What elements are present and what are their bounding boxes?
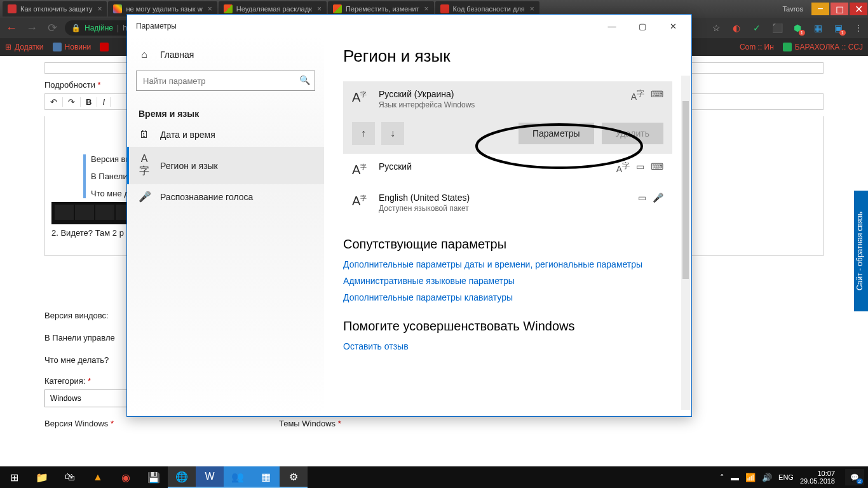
settings-content: Регион и язык A字 Русский (Украина) Язык … (324, 37, 691, 416)
window-minimize-button[interactable]: — (602, 22, 621, 31)
move-down-button[interactable]: ↓ (381, 122, 404, 145)
taskbar-clock[interactable]: 10:07 29.05.2018 (800, 470, 835, 485)
action-center-button[interactable]: 💬2 (845, 469, 864, 485)
feedback-link[interactable]: Оставить отзыв (343, 341, 672, 351)
close-icon[interactable]: × (97, 4, 102, 13)
star-icon[interactable]: ☆ (710, 22, 722, 34)
extension-icon[interactable]: ⬢1 (792, 22, 803, 34)
window-close-button[interactable]: ✕ (850, 3, 867, 15)
related-link[interactable]: Дополнительные параметры клавиатуры (343, 292, 672, 302)
nav-reload-button[interactable]: ⟳ (44, 20, 60, 36)
bookmark-item[interactable]: БАРАХОЛКА :: CCJ (783, 43, 863, 51)
windows-icon (224, 4, 233, 13)
language-icon: A字 (352, 90, 370, 105)
extension-icon[interactable]: ⬛ (771, 22, 783, 34)
related-link[interactable]: Административные языковые параметры (343, 276, 672, 286)
improve-heading: Помогите усовершенствовать Windows (343, 319, 672, 334)
language-name: English (United States) (379, 193, 470, 203)
google-icon (113, 4, 122, 13)
window-title: Параметры (136, 22, 177, 30)
microphone-icon: 🎤 (653, 193, 663, 203)
taskbar-app[interactable]: ▦ (252, 466, 280, 488)
taskbar-app[interactable]: 👥 (224, 466, 252, 488)
windows-icon (333, 4, 342, 13)
search-input[interactable] (136, 71, 315, 91)
taskbar-app[interactable]: 💾 (140, 466, 168, 488)
tts-icon: ▭ (636, 161, 644, 174)
page-heading: Регион и язык (343, 46, 672, 66)
bookmark-item[interactable]: Новини (53, 43, 92, 51)
site-icon (783, 43, 792, 51)
feedback-tab[interactable]: Сайт - обратная связь (854, 191, 868, 311)
taskbar-explorer[interactable]: 📁 (28, 466, 56, 488)
related-heading: Сопутствующие параметры (343, 237, 672, 252)
field-label: Темы Windows * (279, 419, 341, 428)
field-label: Версия Windows * (44, 419, 114, 428)
display-lang-icon: A字 (616, 161, 630, 174)
language-actions: ↑ ↓ Параметры Удалить (343, 117, 672, 154)
window-maximize-button[interactable]: ▢ (633, 22, 652, 31)
taskbar-chrome[interactable]: 🌐 (168, 466, 196, 488)
calendar-icon: 🗓 (139, 129, 150, 140)
extension-icon[interactable]: ✓ (751, 22, 763, 34)
taskbar-settings[interactable]: ⚙ (280, 466, 308, 488)
wifi-icon[interactable]: 📶 (745, 473, 756, 482)
nav-home[interactable]: ⌂Главная (127, 43, 324, 67)
extension-icon[interactable]: ▦ (812, 22, 824, 34)
bookmark-item[interactable] (100, 43, 109, 51)
tray-chevron-icon[interactable]: ˄ (720, 473, 724, 482)
keyboard-icon: ⌨ (651, 89, 663, 102)
nav-forward-button[interactable]: → (24, 20, 39, 36)
start-button[interactable]: ⊞ (0, 466, 28, 488)
settings-titlebar[interactable]: Параметры — ▢ ✕ (127, 15, 691, 37)
input-language[interactable]: ENG (778, 473, 794, 481)
language-delete-button: Удалить (602, 123, 663, 144)
nav-back-button[interactable]: ← (4, 20, 19, 36)
extension-icon[interactable]: ◐ (731, 22, 742, 34)
youtube-icon (8, 4, 17, 13)
nav-search[interactable]: 🔍 (136, 71, 315, 91)
volume-icon[interactable]: 🔊 (762, 473, 772, 482)
screenshot-thumbnail (51, 202, 138, 224)
move-up-button[interactable]: ↑ (352, 122, 375, 145)
close-icon[interactable]: × (208, 4, 212, 13)
taskbar-app[interactable]: ▲ (84, 466, 112, 488)
extension-icon[interactable]: ▣1 (832, 22, 844, 34)
language-item[interactable]: A字 English (United States) Доступен язык… (343, 185, 672, 220)
display-lang-icon: A字 (631, 89, 644, 102)
nav-region-language[interactable]: A字Регион и язык (127, 147, 324, 184)
browser-menu-button[interactable]: ⋮ (853, 22, 864, 34)
bookmark-apps[interactable]: ⊞ Додатки (5, 43, 44, 51)
close-icon[interactable]: × (317, 4, 322, 13)
scrollbar[interactable] (681, 76, 690, 410)
window-maximize-button[interactable]: ◻ (831, 3, 848, 15)
scrollbar-thumb[interactable] (682, 101, 689, 279)
language-name: Русский (Украина) (379, 89, 475, 99)
close-icon[interactable]: × (424, 4, 429, 13)
language-icon: A字 (352, 163, 370, 177)
taskbar-app[interactable]: ◉ (112, 466, 140, 488)
language-options-button[interactable]: Параметры (519, 123, 594, 144)
close-icon[interactable]: × (530, 4, 534, 13)
taskbar-store[interactable]: 🛍 (56, 466, 84, 488)
window-close-button[interactable]: ✕ (663, 22, 682, 31)
search-icon: 🔍 (299, 75, 310, 85)
windows-taskbar: ⊞ 📁 🛍 ▲ ◉ 💾 🌐 W 👥 ▦ ⚙ ˄ ▬ 📶 🔊 ENG 10:07 … (0, 466, 868, 488)
titlebar-user: Tavros (775, 5, 811, 13)
nav-speech[interactable]: 🎤Распознавание голоса (127, 184, 324, 209)
language-name: Русский (379, 161, 412, 172)
language-item[interactable]: A字 Русский (Украина) Язык интерфейса Win… (343, 81, 672, 117)
lock-icon: 🔒 (71, 24, 81, 32)
nav-group-label: Время и язык (127, 100, 324, 123)
bookmark-item[interactable]: Com :: Ин (740, 43, 774, 51)
window-minimize-button[interactable]: − (811, 3, 829, 15)
gmail-icon (440, 4, 449, 13)
keyboard-icon: ⌨ (651, 161, 663, 174)
nav-date-time[interactable]: 🗓Дата и время (127, 123, 324, 147)
battery-icon[interactable]: ▬ (731, 473, 739, 482)
related-link[interactable]: Дополнительные параметры даты и времени,… (343, 259, 672, 269)
taskbar-word[interactable]: W (196, 466, 224, 488)
browser-tab[interactable]: Как отключить защиту× (3, 1, 107, 17)
microphone-icon: 🎤 (139, 191, 150, 203)
language-item[interactable]: A字 Русский A字▭⌨ (343, 154, 672, 185)
